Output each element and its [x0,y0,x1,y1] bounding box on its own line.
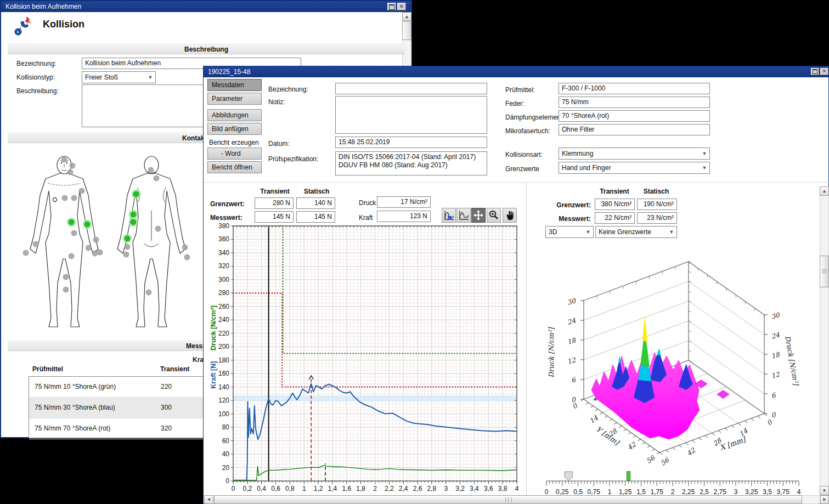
svg-text:56: 56 [659,456,671,467]
svg-text:Druck [N/cm²]: Druck [N/cm²] [210,305,217,350]
pan-button[interactable] [471,208,486,223]
nav-abbildungen-button[interactable]: Abbildungen [207,109,262,121]
curve-pause-button[interactable] [442,208,456,223]
svg-text:1,4: 1,4 [328,485,337,492]
contact-point-gray[interactable] [146,290,152,296]
slider-marker[interactable] [627,471,630,480]
contact-point-gray[interactable] [63,274,69,280]
close-button[interactable]: ✕ [820,68,828,75]
contact-point-green-core[interactable] [131,212,137,218]
table-header-transient: Transient [160,365,189,373]
titlebar-kollision[interactable]: Kollision beim Aufnehmen ✕ [1,1,411,12]
transient-cell: 220 [161,383,172,390]
maximize-button[interactable] [387,3,396,10]
curve-compare-button[interactable] [456,208,471,223]
contact-point-gray[interactable] [148,167,154,173]
time-slider[interactable]: 00,250,50,7511,251,51,7522,252,52,7533,2… [541,471,810,496]
svg-text:0: 0 [770,411,777,420]
daempfungselement-input[interactable]: 70 °ShoreA (rot) [559,110,710,122]
contact-point-gray[interactable] [86,245,92,251]
body-contact-diagram[interactable] [8,145,203,337]
view-mode-combobox[interactable]: 3D ▼ [545,226,594,238]
scroll-up-arrow[interactable]: ▲ [402,12,411,21]
contact-point-gray[interactable] [71,195,77,201]
word-button[interactable]: - Word [207,148,262,160]
kollisionstyp-combobox[interactable]: Freier Stoß ▼ [82,71,156,83]
svg-text:260: 260 [218,303,229,310]
close-button[interactable]: ✕ [397,3,406,10]
scroll-left-arrow[interactable]: ◄ [204,495,213,504]
svg-text:4: 4 [515,485,519,492]
table-row[interactable]: 75 N/mm 10 °ShoreA (grün)220 [29,377,207,398]
contact-point-gray[interactable] [33,241,39,247]
svg-text:280: 280 [218,289,229,297]
contact-point-gray[interactable] [93,237,99,243]
contact-point-gray[interactable] [70,163,76,169]
contact-point-green-core[interactable] [84,222,91,228]
contact-point-gray[interactable] [125,244,131,250]
svg-text:360: 360 [218,235,229,243]
contact-point-gray[interactable] [154,175,160,182]
contact-point-green-core[interactable] [133,191,139,197]
contact-point-gray[interactable] [97,250,103,256]
bericht-oeffnen-button[interactable]: Bericht öffnen [207,161,262,173]
hscroll-thumb[interactable] [214,495,802,504]
contact-point-gray[interactable] [62,195,68,201]
contact-point-gray[interactable] [123,252,129,258]
maximize-button[interactable] [811,68,819,75]
scroll-up-arrow[interactable]: ▲ [820,186,829,196]
feder-input[interactable]: 75 N/mm [559,97,710,108]
desktop: Kollision beim Aufnehmen ✕ ▲ Kollision B… [0,0,829,504]
contact-point-gray[interactable] [63,287,69,293]
grenzwert-transient-box: 280 N [255,197,294,209]
grenzwerte-combobox[interactable]: Hand und Finger ▼ [559,162,710,174]
contact-point-gray[interactable] [67,169,74,175]
contact-point-gray[interactable] [79,188,85,194]
contact-point-green-core[interactable] [69,219,75,225]
notiz-textarea[interactable] [335,96,487,134]
vscrollbar[interactable] [820,186,829,495]
mikrofasertuch-input[interactable]: Ohne Filter [559,124,710,135]
titlebar-messung[interactable]: 190225_15-48 ✕ [204,66,828,77]
contact-point-gray[interactable] [71,230,77,236]
contact-point-gray[interactable] [182,245,188,251]
svg-text:2,6: 2,6 [413,485,422,492]
force-pressure-chart[interactable]: 00,20,40,60,811,21,41,61,822,22,42,62,83… [208,223,522,497]
vscroll-thumb[interactable] [820,256,829,287]
pruefspezifikation-textarea[interactable]: DIN ISO/TS 15066:2017-04 (Stand: April 2… [335,151,487,175]
contact-point-gray[interactable] [184,254,190,261]
hand-icon [504,209,515,221]
separator [204,182,829,183]
nav-bild-anfuegen-button[interactable]: Bild anfügen [207,123,262,135]
grenzwerte-mode-combobox[interactable]: Keine Grenzwerte ▼ [595,226,677,238]
scroll-right-arrow[interactable]: ► [820,495,829,504]
table-row[interactable]: 75 N/mm 70 °ShoreA (rot)320 [29,418,207,439]
datum-input[interactable]: 15:48 25.02.2019 [335,137,487,148]
transient-cell: 300 [161,404,172,411]
contact-point-green-core[interactable] [125,236,131,242]
bezeichnung-input[interactable] [335,83,487,94]
pruefmittel-input[interactable]: F-300 / F-1000 [559,83,710,94]
zoom-in-button[interactable] [487,208,501,223]
svg-text:0,4: 0,4 [257,485,266,492]
robot-arm-collision-icon [13,15,34,36]
contact-point-gray[interactable] [23,250,29,256]
nav-parameter-button[interactable]: Parameter [207,93,262,105]
contact-point-green-core[interactable] [131,219,137,225]
contact-point-gray[interactable] [61,157,67,163]
contact-point-gray[interactable] [69,253,75,259]
svg-text:2,25: 2,25 [682,488,695,496]
slider-thumb[interactable] [565,472,572,481]
pressure-surface-3d-chart[interactable]: 06121824300612182430014284256564228140Dr… [535,243,806,473]
kraft-column-fragment: Kra [193,356,204,364]
scroll-down-arrow[interactable]: ▼ [820,486,829,495]
grenzwert-statisch-box: 190 N/cm² [637,199,677,210]
thumb-grip [505,497,512,502]
kollisionsart-combobox[interactable]: Klemmung ▼ [559,148,710,160]
hand-button[interactable] [503,208,517,223]
back-vscroll-thumb[interactable] [402,21,411,40]
table-row[interactable]: 75 N/mm 30 °ShoreA (blau)300 [29,398,207,418]
contact-point-gray[interactable] [155,226,161,232]
svg-text:42: 42 [626,440,638,452]
nav-messdaten-button[interactable]: Messdaten [207,79,262,91]
